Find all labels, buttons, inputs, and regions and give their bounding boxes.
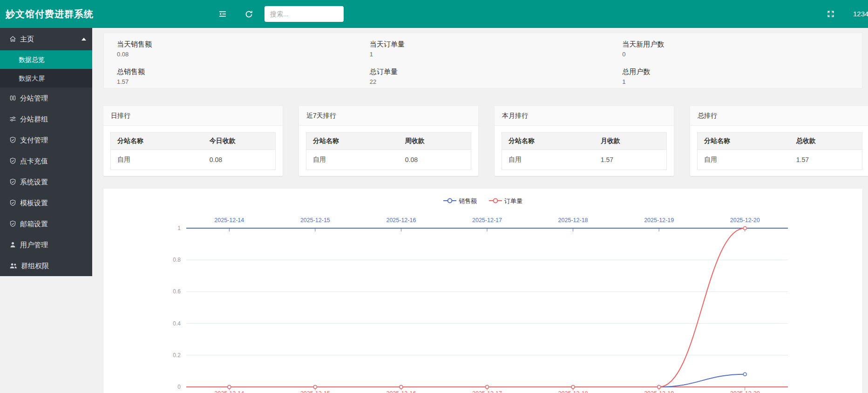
series-line-订单量 — [229, 228, 745, 387]
table-column-header: 今日收款 — [203, 133, 276, 150]
ranking-card-title: 近7天排行 — [299, 106, 478, 126]
sidebar-item-label: 系统设置 — [20, 178, 48, 186]
sidebar-item-label: 数据大屏 — [19, 75, 45, 82]
y-axis-label: 0.6 — [173, 288, 181, 295]
stat-label: 总用户数 — [622, 65, 862, 78]
sidebar-item-11[interactable]: 群组权限 — [0, 255, 92, 276]
sidebar-item-6[interactable]: 点卡充值 — [0, 150, 92, 171]
sidebar-item-label: 分站群组 — [20, 115, 48, 123]
sidebar-item-label: 用户管理 — [20, 241, 48, 249]
x-axis-label-bottom: 2025-12-16 — [386, 390, 416, 393]
sidebar-item-label: 模板设置 — [20, 199, 48, 207]
x-axis-label-bottom: 2025-12-17 — [472, 390, 502, 393]
stat-value: 22 — [370, 78, 610, 86]
sales-orders-chart-card: 销售额订单量 00.20.40.60.812025-12-142025-12-1… — [103, 189, 862, 393]
sidebar-item-label: 群组权限 — [21, 262, 49, 270]
sidebar-item-1[interactable]: 数据总览 — [0, 50, 92, 69]
ranking-table: 分站名称总收款自用1.57 — [697, 132, 862, 170]
collapse-menu-icon[interactable] — [213, 0, 232, 28]
x-axis-label-top: 2025-12-18 — [558, 217, 588, 224]
x-axis-label-top: 2025-12-15 — [300, 217, 330, 224]
shield-check-icon — [9, 151, 16, 172]
chevron-up-icon — [81, 38, 86, 41]
ranking-card-2: 本月排行分站名称月收款自用1.57 — [495, 106, 674, 176]
ranking-card-title: 日排行 — [103, 106, 283, 126]
data-point-订单量 — [743, 227, 746, 230]
stat-value: 1 — [370, 50, 610, 59]
stat-column: 当天销售额0.08总销售额1.57 — [104, 37, 357, 88]
x-axis-label-top: 2025-12-16 — [386, 217, 416, 224]
shield-check-icon — [9, 130, 16, 151]
x-axis-label-bottom: 2025-12-20 — [730, 390, 760, 393]
data-point-订单量 — [313, 386, 317, 389]
data-point-订单量 — [400, 386, 403, 389]
sidebar-item-label: 点卡充值 — [20, 157, 48, 165]
data-point-订单量 — [228, 386, 231, 389]
ranking-table: 分站名称今日收款自用0.08 — [110, 132, 276, 170]
y-axis-label: 0.2 — [173, 352, 181, 359]
stat-label: 当天新用户数 — [622, 38, 862, 50]
sidebar-item-7[interactable]: 系统设置 — [0, 171, 92, 192]
table-row: 自用0.08 — [111, 150, 276, 170]
table-cell: 1.57 — [790, 150, 862, 170]
table-column-header: 分站名称 — [306, 133, 399, 150]
sidebar-item-8[interactable]: 模板设置 — [0, 192, 92, 213]
sidebar-item-9[interactable]: 邮箱设置 — [0, 213, 92, 234]
ranking-card-3: 总排行分站名称总收款自用1.57 — [690, 106, 868, 176]
sidebar-item-label: 数据总览 — [19, 56, 45, 63]
ranking-card-body: 分站名称总收款自用1.57 — [690, 126, 868, 170]
table-cell: 1.57 — [594, 150, 667, 170]
x-axis-label-top: 2025-12-20 — [730, 217, 760, 224]
table-column-header: 分站名称 — [698, 133, 790, 150]
ranking-table: 分站名称月收款自用1.57 — [502, 132, 667, 170]
table-column-header: 分站名称 — [111, 133, 203, 150]
y-axis-label: 0 — [177, 384, 181, 390]
ranking-card-title: 本月排行 — [495, 106, 674, 126]
sidebar-item-label: 支付管理 — [20, 136, 48, 144]
table-row: 自用0.08 — [306, 150, 471, 170]
table-row: 自用1.57 — [698, 150, 862, 170]
table-header-row: 分站名称周收款 — [306, 133, 471, 150]
sidebar-item-10[interactable]: 用户管理 — [0, 234, 92, 255]
search-input[interactable] — [264, 6, 344, 22]
table-column-header: 月收款 — [594, 133, 667, 150]
stat-value: 1 — [622, 78, 862, 86]
app-title: 妙文馆付费进群系统 — [6, 0, 94, 28]
refresh-icon[interactable] — [239, 0, 258, 28]
sidebar-item-3[interactable]: 分站管理 — [0, 88, 92, 108]
users-icon — [9, 256, 17, 277]
stat-value: 0.08 — [117, 50, 357, 59]
ranking-card-0: 日排行分站名称今日收款自用0.08 — [103, 106, 283, 176]
sidebar-item-5[interactable]: 支付管理 — [0, 129, 92, 150]
table-column-header: 周收款 — [399, 133, 471, 150]
shield-check-icon — [9, 193, 16, 214]
y-axis-label: 0.8 — [173, 257, 181, 263]
sidebar-item-0[interactable]: 主页 — [0, 28, 92, 50]
ranking-card-title: 总排行 — [690, 106, 868, 126]
data-point-订单量 — [486, 386, 489, 389]
ranking-card-body: 分站名称今日收款自用0.08 — [103, 126, 283, 170]
stat-label: 总销售额 — [117, 65, 357, 78]
table-header-row: 分站名称总收款 — [698, 133, 862, 150]
data-point-订单量 — [571, 386, 575, 389]
x-axis-label-top: 2025-12-19 — [644, 217, 674, 224]
table-header-row: 分站名称月收款 — [502, 133, 667, 150]
stats-overview-panel: 当天销售额0.08总销售额1.57当天订单量1总订单量22当天新用户数0总用户数… — [103, 33, 862, 88]
table-column-header: 分站名称 — [502, 133, 594, 150]
stat-value: 1.57 — [117, 78, 357, 86]
sidebar-item-label: 邮箱设置 — [20, 220, 48, 228]
data-point-订单量 — [658, 386, 661, 389]
top-bar: 妙文馆付费进群系统 12345 — [0, 0, 868, 28]
data-point-销售额 — [743, 373, 746, 376]
table-header-row: 分站名称今日收款 — [111, 133, 276, 150]
shield-check-icon — [9, 172, 16, 193]
fullscreen-icon[interactable] — [821, 0, 840, 28]
ranking-table: 分站名称周收款自用0.08 — [306, 132, 471, 170]
user-icon — [9, 235, 16, 256]
sidebar-item-2[interactable]: 数据大屏 — [0, 69, 92, 88]
sidebar-item-4[interactable]: 分站群组 — [0, 108, 92, 129]
dashboard-page: 妙文馆付费进群系统 12345 主页数据总览数据大屏分站管理分站群组支付管理点卡… — [0, 0, 868, 393]
stat-column: 当天订单量1总订单量22 — [357, 37, 610, 88]
username-label[interactable]: 12345 — [853, 0, 868, 28]
sidebar-item-label: 分站管理 — [20, 94, 48, 102]
